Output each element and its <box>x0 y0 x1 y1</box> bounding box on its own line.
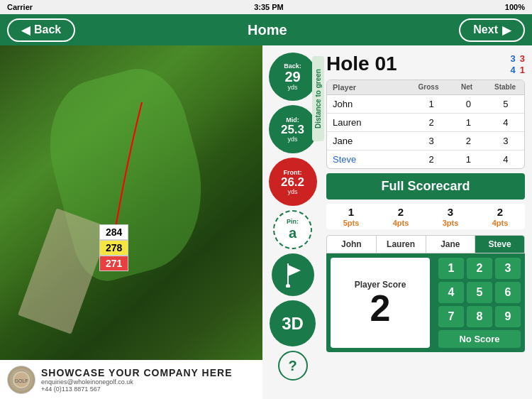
next-arrow-icon: ▶ <box>502 23 511 37</box>
time-label: 3:35 PM <box>254 3 284 11</box>
back-arrow-icon: ◀ <box>21 23 30 37</box>
stat1-blue: 3 <box>511 53 516 64</box>
points-pts: 4pts <box>376 219 426 227</box>
course-image: 284 278 271 GOLF SHOWCASE YOUR COMPANY H… <box>0 45 262 399</box>
points-row: 1 5pts 2 4pts 3 3pts 2 4pts <box>326 204 525 229</box>
sc-header-player: Player <box>327 80 409 94</box>
sc-header-net: Net <box>448 80 486 94</box>
sc-header-stable: Stable <box>486 80 524 94</box>
main-content: 284 278 271 GOLF SHOWCASE YOUR COMPANY H… <box>0 45 532 399</box>
front-distance-circle: Front: 26.2 yds <box>269 158 317 206</box>
next-label: Next <box>473 23 498 36</box>
pin-circle: Pin: a <box>273 210 312 249</box>
points-item: 1 5pts <box>326 206 376 227</box>
hole-stats: 3 3 4 1 <box>511 53 525 75</box>
stat2-blue: 4 <box>511 65 516 75</box>
player-tab[interactable]: John <box>327 236 377 253</box>
num-pad-button[interactable]: 5 <box>467 282 492 303</box>
mid-value: 25.3 <box>281 124 304 136</box>
num-pad-button[interactable]: 9 <box>495 306 521 327</box>
back-value: 29 <box>284 70 300 84</box>
points-num: 2 <box>398 206 404 218</box>
player-scoring-area: JohnLaurenJaneSteve Player Score 2 12345… <box>326 235 525 352</box>
company-phone: +44 (0)113 8871 567 <box>41 386 232 393</box>
player-tab[interactable]: Jane <box>426 236 476 253</box>
front-value: 26.2 <box>281 176 304 188</box>
points-pts: 3pts <box>426 219 475 227</box>
help-button[interactable]: ? <box>278 351 308 381</box>
pin-value: a <box>289 225 297 241</box>
points-pts: 5pts <box>326 219 376 227</box>
svg-point-5 <box>286 284 290 288</box>
table-row: Jane 3 2 3 <box>327 132 524 151</box>
carrier-label: Carrier <box>7 3 33 11</box>
num-pad-button[interactable]: 4 <box>438 282 464 303</box>
company-email: enquiries@wholeinonegolf.co.uk <box>41 378 232 386</box>
points-item: 2 4pts <box>475 206 525 227</box>
battery-label: 100% <box>505 3 525 11</box>
num-pad-button[interactable]: 8 <box>467 306 492 327</box>
help-icon: ? <box>288 358 297 374</box>
player-tab[interactable]: Steve <box>475 236 524 253</box>
dist-yellow: 278 <box>99 240 128 256</box>
back-label: Back <box>34 23 61 36</box>
scorecard-table: Player Gross Net Stable John 1 0 5 Laure… <box>326 80 525 169</box>
back-unit: yds <box>287 84 297 91</box>
hole-header: Hole 01 3 3 4 1 <box>326 53 525 75</box>
net-score: 1 <box>450 117 487 128</box>
player-name: John <box>327 95 413 113</box>
middle-panel: Back: 29 yds Mid: 25.3 yds Distance to g… <box>262 45 323 399</box>
player-tabs: JohnLaurenJaneSteve <box>326 235 525 253</box>
mid-label: Mid: <box>286 116 299 124</box>
sc-header-row: Player Gross Net Stable <box>327 80 524 95</box>
dist-red: 271 <box>99 256 128 271</box>
dist-white: 284 <box>99 224 128 240</box>
table-row: Steve 2 1 4 <box>327 151 524 168</box>
gross-score: 2 <box>413 154 450 165</box>
flag-button[interactable] <box>272 253 314 296</box>
flag-icon <box>282 262 304 288</box>
home-title: Home <box>248 22 287 38</box>
points-item: 3 3pts <box>426 206 475 227</box>
num-pad-button[interactable]: 1 <box>438 258 464 279</box>
points-item: 2 4pts <box>376 206 426 227</box>
threed-button[interactable]: 3D <box>270 300 316 346</box>
num-pad-button[interactable]: 3 <box>495 258 521 279</box>
player-score-area: Player Score 2 <box>331 258 430 348</box>
next-button[interactable]: Next ▶ <box>459 18 525 42</box>
player-name: Jane <box>327 132 413 150</box>
gross-score: 3 <box>413 136 450 146</box>
right-panel: Hole 01 3 3 4 1 Player Gross Net Stable <box>323 45 532 399</box>
gross-score: 1 <box>413 99 450 109</box>
sc-header-gross: Gross <box>409 80 448 94</box>
stat2-red: 1 <box>520 65 525 75</box>
back-button[interactable]: ◀ Back <box>7 18 75 42</box>
no-score-button[interactable]: No Score <box>438 330 521 348</box>
num-pad-button[interactable]: 7 <box>438 306 464 327</box>
table-row: John 1 0 5 <box>327 95 524 114</box>
player-score-value: 2 <box>370 290 391 327</box>
status-bar: Carrier 3:35 PM 100% <box>0 0 532 14</box>
num-pad-button[interactable]: 2 <box>467 258 492 279</box>
threed-label: 3D <box>282 314 304 334</box>
num-pad-button[interactable]: 6 <box>495 282 521 303</box>
company-area: GOLF SHOWCASE YOUR COMPANY HERE enquirie… <box>0 360 262 399</box>
gross-score: 2 <box>413 117 450 128</box>
score-section: Player Score 2 123456789No Score <box>326 253 525 352</box>
pin-label: Pin: <box>287 218 299 225</box>
stat1-red: 3 <box>520 53 525 64</box>
stat-row-2: 4 1 <box>511 65 525 75</box>
table-row: Lauren 2 1 4 <box>327 114 524 132</box>
full-scorecard-button[interactable]: Full Scorecard <box>326 173 525 200</box>
net-score: 2 <box>450 136 487 146</box>
distance-markers: 284 278 271 <box>99 224 128 271</box>
company-text: SHOWCASE YOUR COMPANY HERE enquiries@who… <box>41 367 232 393</box>
points-pts: 4pts <box>475 219 525 227</box>
points-num: 3 <box>448 206 453 218</box>
stable-score: 3 <box>487 136 524 146</box>
stable-score: 4 <box>487 117 524 128</box>
distance-to-green-label: Distance to green <box>312 56 324 141</box>
net-score: 1 <box>450 154 487 165</box>
sc-rows: John 1 0 5 Lauren 2 1 4 Jane 3 2 3 Steve… <box>327 95 524 168</box>
player-tab[interactable]: Lauren <box>377 236 426 253</box>
